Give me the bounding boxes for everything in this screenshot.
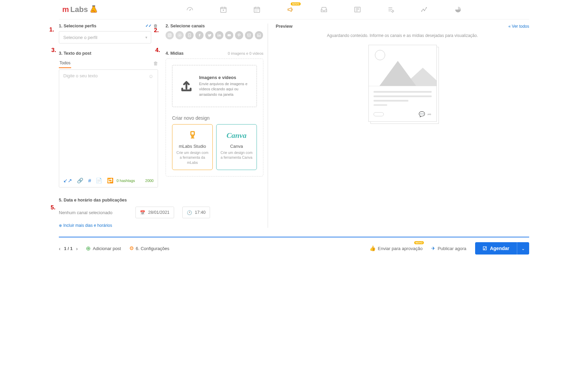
dashboard-icon[interactable] <box>185 6 195 13</box>
media-panel: Imagens e vídeos Envie arquivos de image… <box>166 58 263 177</box>
svg-point-12 <box>170 34 171 34</box>
svg-point-11 <box>169 35 171 36</box>
profiles-check-icon[interactable]: ✓✓ <box>145 24 152 28</box>
svg-point-6 <box>421 11 422 11</box>
channel-stories-generic[interactable] <box>185 31 194 39</box>
emoji-button-icon[interactable]: ☺ <box>148 73 154 79</box>
text-section-label: 3. Texto do post <box>59 51 158 56</box>
add-post-button[interactable]: ⊕ Adicionar post <box>86 245 121 252</box>
mlabs-studio-card[interactable]: mLabs Studio Crie um design com a ferram… <box>172 124 213 170</box>
pie-icon[interactable] <box>453 6 463 13</box>
preview-placeholder-card: 💬 ➦ <box>368 45 437 122</box>
preview-text-placeholder <box>369 86 436 109</box>
schedule-caret-button[interactable]: ⌄ <box>517 242 529 255</box>
thumbs-up-icon: 👍 <box>369 245 376 251</box>
svg-point-14 <box>179 35 180 36</box>
schedule-time-input[interactable]: 🕐 17:40 <box>182 207 210 218</box>
add-more-days-link[interactable]: Incluir mais dias e horários <box>59 223 263 228</box>
megaphone-icon[interactable]: NOVO <box>286 6 295 13</box>
hashtag-icon[interactable]: # <box>88 178 91 184</box>
pager-total: 1 <box>70 246 73 251</box>
post-text-input[interactable] <box>63 73 154 172</box>
config-button[interactable]: ⚙ 6. Configurações <box>129 245 169 251</box>
add-more-days-text: Incluir mais dias e horários <box>63 223 112 228</box>
channels-list <box>166 31 263 39</box>
canva-card[interactable]: Canva Canva Crie um design com a ferrame… <box>216 124 257 170</box>
shrink-icon[interactable]: ↙↗ <box>63 178 72 184</box>
preview-see-all-link[interactable]: « Ver todos <box>508 24 529 29</box>
schedule-button[interactable]: ☑ Agendar ⌄ <box>475 242 529 255</box>
svg-point-1 <box>94 11 95 12</box>
top-navigation: mLabs NOVO <box>59 0 529 19</box>
logo-m: m <box>62 5 69 14</box>
canva-title: Canva <box>220 144 253 149</box>
novo-badge: NOVO <box>291 2 301 5</box>
callout-5: 5. <box>51 204 55 211</box>
retweet-icon[interactable]: 🔁 <box>107 178 114 184</box>
gear-icon: ⚙ <box>129 245 134 251</box>
post-text-container: ☺ ↙↗ 🔗 # 📄 🔁 0 hashtags 200 <box>59 69 158 187</box>
svg-point-9 <box>426 7 427 8</box>
media-count: 0 imagens e 0 videos <box>228 51 263 55</box>
publish-now-button[interactable]: ✈ Publicar agora <box>431 246 466 251</box>
channels-section-label: 2. Selecione canais <box>166 24 263 28</box>
analytics-icon[interactable] <box>420 6 429 13</box>
text-trash-icon[interactable]: 🗑 <box>153 61 158 66</box>
profile-select-placeholder: Selecione o perfil <box>63 35 97 40</box>
svg-point-7 <box>423 9 423 10</box>
media-label-text: 4. Midias <box>166 51 184 56</box>
calendar-icon[interactable] <box>252 6 262 13</box>
channel-instagram-feed[interactable] <box>166 31 174 39</box>
char-counter: 2000 <box>145 179 154 183</box>
channel-gmb[interactable] <box>245 31 253 39</box>
post-pager: ‹ 1 / 1 › <box>59 246 78 251</box>
channel-linkedin[interactable] <box>215 31 223 39</box>
send-approval-button[interactable]: 👍 Enviar para aprovação NOVO <box>369 245 423 251</box>
callout-1: 1. <box>49 26 54 33</box>
svg-rect-22 <box>191 132 194 135</box>
schedule-section-label: 5. Data e horário das publicações <box>59 198 263 203</box>
add-post-label: Adicionar post <box>93 246 121 251</box>
svg-point-18 <box>218 34 218 35</box>
list-edit-icon[interactable] <box>386 6 396 13</box>
mlabs-studio-title: mLabs Studio <box>176 144 209 149</box>
upload-dropzone[interactable]: Imagens e vídeos Envie arquivos de image… <box>172 65 257 107</box>
svg-point-16 <box>189 35 190 36</box>
config-label: 6. Configurações <box>136 246 169 251</box>
preview-waiting-message: Aguardando conteúdo. Informe os canais e… <box>276 33 529 39</box>
schedule-date-input[interactable]: 📅 28/01/2021 <box>135 207 174 218</box>
nav-icons: NOVO <box>119 6 529 13</box>
channel-instagram-stories[interactable] <box>175 31 184 39</box>
publish-now-label: Publicar agora <box>437 246 466 251</box>
feed-icon[interactable] <box>353 6 362 13</box>
design-label: Criar novo design <box>172 115 257 121</box>
logo: mLabs <box>62 5 98 14</box>
channel-facebook[interactable] <box>195 31 204 39</box>
clock-small-icon: 🕐 <box>187 210 192 215</box>
schedule-channel-status: Nenhum canal selecionado <box>59 210 127 215</box>
channel-pinterest[interactable] <box>235 31 243 39</box>
profile-select[interactable]: Selecione o perfil <box>59 31 151 43</box>
link-icon[interactable]: 🔗 <box>77 178 83 184</box>
channel-image[interactable] <box>255 31 263 39</box>
file-icon[interactable]: 📄 <box>96 178 102 184</box>
calendar-small-icon: 📅 <box>140 210 145 215</box>
brush-icon <box>176 129 209 142</box>
channel-twitter[interactable] <box>205 31 213 39</box>
profiles-trash-icon[interactable]: 🗑 <box>154 24 158 28</box>
bottom-bar: ‹ 1 / 1 › ⊕ Adicionar post ⚙ 6. Configur… <box>59 237 529 259</box>
text-tab-todos[interactable]: Todos <box>59 58 71 68</box>
pager-next-button[interactable]: › <box>76 246 78 251</box>
schedule-button-label: Agendar <box>490 246 509 251</box>
pager-prev-button[interactable]: ‹ <box>59 246 61 251</box>
profiles-section-label: 1. Selecione perfis ✓✓ 🗑 <box>59 24 158 28</box>
inbox-icon[interactable] <box>319 6 329 13</box>
channels-label-text: 2. Selecione canais <box>166 24 205 28</box>
calendar-add-icon[interactable] <box>219 6 228 13</box>
logo-flask-icon <box>89 5 98 14</box>
svg-rect-17 <box>218 35 218 37</box>
upload-icon <box>179 78 194 94</box>
calendar-check-icon: ☑ <box>483 246 487 251</box>
channel-youtube[interactable] <box>225 31 233 39</box>
pager-current: 1 <box>64 246 66 251</box>
